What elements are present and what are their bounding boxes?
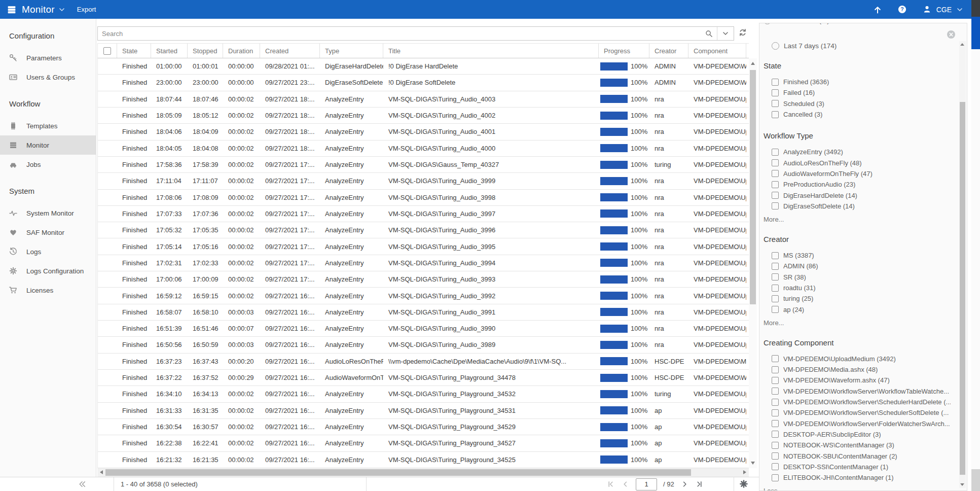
- checkbox-icon[interactable]: [772, 452, 779, 460]
- filter-option[interactable]: Finished (3636): [764, 77, 951, 87]
- checkbox-icon[interactable]: [772, 100, 779, 107]
- filter-option[interactable]: MS (3387): [764, 250, 951, 261]
- filter-option[interactable]: VM-DPEDEMO\WorkflowServer\SchedulerSoftD…: [764, 407, 951, 418]
- table-row[interactable]: Finished18:04:0518:04:0800:00:0209/27/20…: [98, 141, 749, 157]
- checkbox-icon[interactable]: [772, 463, 779, 470]
- checkbox-icon[interactable]: [772, 377, 779, 384]
- checkbox-icon[interactable]: [772, 431, 779, 438]
- checkbox-icon[interactable]: [772, 149, 779, 156]
- sidebar-item-jobs[interactable]: Jobs: [0, 155, 96, 174]
- checkbox-icon[interactable]: [772, 399, 779, 406]
- table-row[interactable]: Finished17:58:3617:58:3900:00:0209/27/20…: [98, 157, 749, 173]
- sidebar-item-system-monitor[interactable]: System Monitor: [0, 203, 96, 223]
- checkbox-icon[interactable]: [772, 306, 779, 313]
- table-row[interactable]: Finished16:59:1216:59:1500:00:0209/27/20…: [98, 288, 749, 304]
- window-scrollbar[interactable]: [971, 0, 980, 491]
- first-page-icon[interactable]: [606, 480, 615, 488]
- checkbox-icon[interactable]: [772, 79, 779, 86]
- sidebar-item-templates[interactable]: Templates: [0, 116, 96, 135]
- checkbox-icon[interactable]: [772, 263, 779, 270]
- help-icon[interactable]: ?: [897, 5, 907, 14]
- filter-option[interactable]: Failed (16): [764, 87, 951, 98]
- table-row[interactable]: Finished16:30:5416:30:5700:00:0209/27/20…: [98, 419, 749, 435]
- filter-option[interactable]: ELITEBOOK-JHI\ContentManager (1): [764, 472, 951, 483]
- filter-option[interactable]: DESKTOP-SSI\ContentManager (1): [764, 462, 951, 472]
- table-row[interactable]: Finished17:05:3217:05:3500:00:0209/27/20…: [98, 222, 749, 238]
- filter-option[interactable]: VM-DPEDEMO\WorkflowServer\SchedulerHardD…: [764, 397, 951, 407]
- table-row[interactable]: Finished18:05:0918:05:1200:00:0209/27/20…: [98, 108, 749, 124]
- checkbox-icon[interactable]: [772, 420, 779, 427]
- column-header-started[interactable]: Started: [151, 44, 188, 58]
- table-row[interactable]: Finished01:00:0001:00:0100:00:0009/28/20…: [98, 58, 749, 75]
- table-horizontal-scrollbar[interactable]: [97, 468, 749, 477]
- table-row[interactable]: Finished17:02:3117:02:3300:00:0209/27/20…: [98, 255, 749, 271]
- search-icon[interactable]: [701, 27, 717, 40]
- app-title[interactable]: Monitor: [22, 4, 55, 15]
- column-header-title[interactable]: Title: [383, 44, 599, 58]
- column-header-stopped[interactable]: Stopped: [188, 44, 223, 58]
- column-header-type[interactable]: Type: [320, 44, 383, 58]
- filter-less-link[interactable]: Less...: [764, 487, 951, 491]
- app-title-chevron-down-icon[interactable]: [58, 6, 66, 14]
- checkbox-icon[interactable]: [772, 89, 779, 96]
- table-row[interactable]: Finished23:00:0023:00:0000:00:0009/27/20…: [98, 75, 749, 91]
- last-page-icon[interactable]: [695, 480, 704, 488]
- filter-option[interactable]: AudioLoResOnTheFly (48): [764, 157, 951, 168]
- user-menu-chevron-down-icon[interactable]: [956, 6, 964, 14]
- filter-option[interactable]: Scheduled (3): [764, 98, 951, 109]
- table-row[interactable]: Finished17:07:3317:07:3600:00:0209/27/20…: [98, 206, 749, 222]
- filter-option[interactable]: Cancelled (3): [764, 109, 951, 120]
- checkbox-icon[interactable]: [772, 285, 779, 292]
- search-input[interactable]: [98, 27, 701, 40]
- user-avatar-icon[interactable]: [922, 5, 932, 14]
- filter-option[interactable]: ADMIN (86): [764, 261, 951, 271]
- table-row[interactable]: Finished16:22:3816:22:4100:00:0209/27/20…: [98, 435, 749, 451]
- table-row[interactable]: Finished18:07:4418:07:4600:00:0209/27/20…: [98, 91, 749, 108]
- date-filter-option-clipped[interactable]: Last 24 hours (...): [764, 23, 951, 28]
- sidebar-item-users-groups[interactable]: Users & Groups: [0, 67, 96, 87]
- table-row[interactable]: Finished16:58:0716:58:1000:00:0309/27/20…: [98, 304, 749, 321]
- table-row[interactable]: Finished16:31:3316:31:3500:00:0209/27/20…: [98, 403, 749, 419]
- filter-option[interactable]: ap (24): [764, 304, 951, 314]
- table-settings-gear-icon[interactable]: [739, 479, 748, 488]
- previous-page-icon[interactable]: [621, 480, 630, 488]
- table-row[interactable]: Finished18:04:0618:04:0900:00:0209/27/20…: [98, 124, 749, 140]
- filter-option[interactable]: DESKTOP-AER\SubclipEditor (3): [764, 429, 951, 440]
- panel-scroll-down-arrow-icon[interactable]: [960, 483, 964, 486]
- table-row[interactable]: Finished17:05:1417:05:1600:00:0209/27/20…: [98, 238, 749, 255]
- table-row[interactable]: Finished17:00:0617:00:0900:00:0209/27/20…: [98, 271, 749, 288]
- filter-option[interactable]: AudioWaveformOnTheFly (47): [764, 168, 951, 179]
- window-scrollbar-thumb[interactable]: [971, 17, 980, 49]
- select-all-checkbox[interactable]: [103, 47, 111, 55]
- table-row[interactable]: Finished16:51:3916:51:4600:00:0709/27/20…: [98, 321, 749, 337]
- table-vertical-scrollbar[interactable]: [749, 58, 757, 468]
- checkbox-icon[interactable]: [772, 474, 779, 481]
- app-menu-icon[interactable]: [6, 4, 17, 15]
- column-header-created[interactable]: Created: [260, 44, 320, 58]
- checkbox-icon[interactable]: [772, 159, 779, 166]
- date-filter-option-last7days[interactable]: Last 7 days (174): [764, 42, 951, 50]
- column-header-creator[interactable]: Creator: [649, 44, 688, 58]
- table-row[interactable]: Finished17:08:0617:08:0900:00:0209/27/20…: [98, 190, 749, 206]
- sidebar-item-monitor[interactable]: Monitor: [0, 135, 96, 155]
- panel-scrollbar-thumb[interactable]: [960, 102, 965, 475]
- search-options-chevron-down-icon[interactable]: [717, 27, 734, 40]
- filter-option[interactable]: SR (38): [764, 272, 951, 283]
- filter-more-link[interactable]: More...: [764, 319, 951, 327]
- checkbox-icon[interactable]: [772, 252, 779, 259]
- checkbox-icon[interactable]: [772, 388, 779, 395]
- next-page-icon[interactable]: [680, 480, 689, 488]
- checkbox-icon[interactable]: [772, 355, 779, 362]
- checkbox-icon[interactable]: [772, 409, 779, 416]
- user-name[interactable]: CGE: [936, 6, 952, 14]
- sidebar-item-licenses[interactable]: Licenses: [0, 280, 96, 300]
- checkbox-icon[interactable]: [772, 295, 779, 302]
- column-header-component[interactable]: Component: [688, 44, 746, 58]
- sidebar-collapse-icon[interactable]: [77, 479, 87, 489]
- sidebar-item-logs-configuration[interactable]: Logs Configuration: [0, 261, 96, 280]
- filter-option[interactable]: VM-DPEDEMO\WorkflowServer\FolderWatcherS…: [764, 418, 951, 429]
- filter-option[interactable]: roadtu (31): [764, 283, 951, 293]
- checkbox-icon[interactable]: [772, 170, 779, 177]
- column-header-state[interactable]: State: [117, 44, 151, 58]
- column-header-duration[interactable]: Duration: [223, 44, 260, 58]
